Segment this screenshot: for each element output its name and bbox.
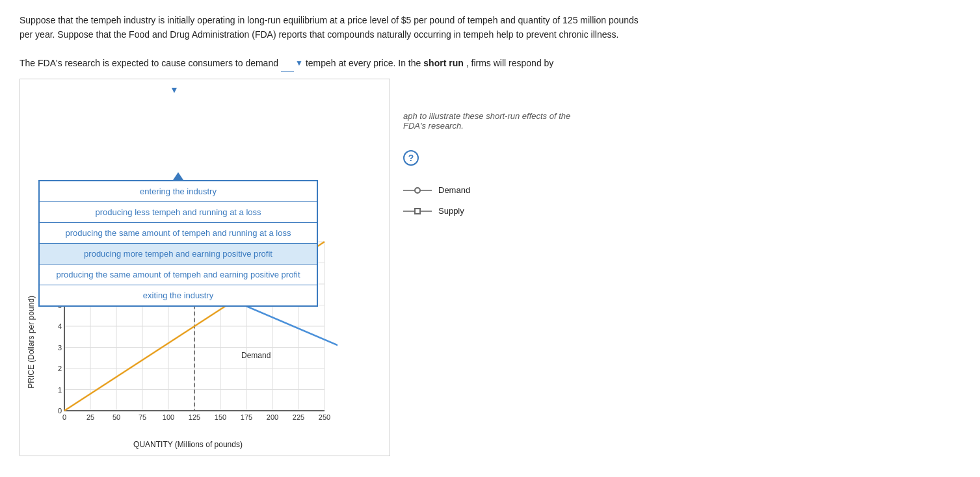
option-more-profit[interactable]: producing more tempeh and earning positi…	[40, 244, 317, 264]
question-area: The FDA's research is expected to cause …	[20, 55, 960, 72]
legend-supply: Supply	[403, 206, 572, 216]
option-exiting[interactable]: exiting the industry	[40, 285, 317, 305]
option-entering[interactable]: entering the industry	[40, 181, 317, 202]
right-panel: aph to illustrate these short-run effect…	[403, 79, 572, 456]
legend: Demand Supply	[403, 185, 572, 216]
question-bold-phrase: short run	[423, 55, 463, 71]
option-less-loss[interactable]: producing less tempeh and running at a l…	[40, 202, 317, 223]
legend-demand: Demand	[403, 185, 572, 196]
question-suffix-pre: tempeh at every price. In the	[306, 55, 421, 71]
question-suffix-post: , firms will respond by	[466, 55, 554, 71]
supply-legend-icon	[403, 206, 432, 216]
demand-dropdown-arrow[interactable]: ▼	[295, 57, 303, 71]
intro-text: Suppose that the tempeh industry is init…	[20, 13, 644, 42]
response-dropdown[interactable]: ▼	[170, 84, 179, 95]
question-prefix: The FDA's research is expected to cause …	[20, 55, 278, 71]
left-panel: ▼ entering the industry producing less t…	[20, 79, 390, 456]
demand-dropdown[interactable]: ▼	[281, 55, 303, 72]
graph-instruction: aph to illustrate these short-run effect…	[403, 111, 572, 131]
option-same-loss[interactable]: producing the same amount of tempeh and …	[40, 223, 317, 244]
help-button-area: ?	[403, 150, 572, 166]
dropdown-arrow-up	[173, 172, 183, 180]
help-button[interactable]: ?	[403, 150, 419, 166]
dropdown-menu: entering the industry producing less tem…	[38, 180, 318, 307]
demand-legend-label: Demand	[438, 185, 470, 195]
x-axis-label: QUANTITY (Millions of pounds)	[38, 440, 338, 449]
demand-legend-icon	[403, 185, 432, 196]
y-axis-label: PRICE (Dollars per pound)	[27, 296, 36, 389]
supply-legend-label: Supply	[438, 206, 464, 216]
option-same-profit[interactable]: producing the same amount of tempeh and …	[40, 264, 317, 285]
intro-paragraph: Suppose that the tempeh industry is init…	[20, 13, 644, 42]
